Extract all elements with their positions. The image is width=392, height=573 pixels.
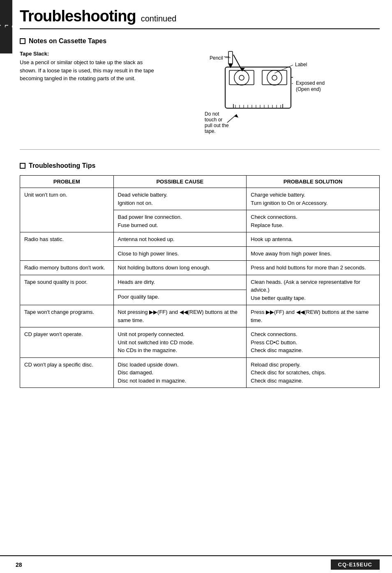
cassette-text: Tape Slack: Use a pencil or similar obje… [20, 51, 159, 83]
page-footer: 28 CQ-E15EUC [0, 555, 392, 573]
svg-rect-1 [229, 70, 254, 85]
page-title-sub: continued [141, 14, 177, 23]
page-number: 28 [16, 561, 22, 568]
tape-slack-label: Tape Slack: [20, 51, 159, 57]
svg-point-5 [267, 70, 282, 85]
col-cause: POSSIBLE CAUSE [113, 176, 247, 188]
tips-checkbox-icon [20, 163, 25, 169]
problem-cell: Radio has static. [20, 232, 114, 261]
solution-cell: Charge vehicle battery. Turn ignition to… [247, 188, 380, 210]
solution-cell: Check connections. Replace fuse. [247, 210, 380, 232]
col-solution: PROBABLE SOLUTION [247, 176, 380, 188]
cause-cell: Heads are dirty. [113, 275, 247, 290]
checkbox-icon [20, 38, 25, 44]
col-problem: PROBLEM [20, 176, 114, 188]
table-row: CD player won't operate.Unit not properl… [20, 327, 380, 358]
svg-text:(Open end): (Open end) [296, 86, 321, 92]
svg-marker-37 [234, 114, 238, 118]
cause-cell: Poor quality tape. [113, 290, 247, 305]
cause-cell: Not pressing ▶▶(FF) and ◀◀(REW) buttons … [113, 305, 247, 327]
solution-cell: Reload disc properly. Check disc for scr… [247, 357, 380, 388]
solution-cell: Clean heads. (Ask a service representati… [247, 275, 380, 305]
solution-cell: Move away from high power lines. [247, 246, 380, 261]
cassette-content: Tape Slack: Use a pencil or similar obje… [20, 51, 380, 141]
table-row: CD won't play a specific disc.Disc loade… [20, 357, 380, 388]
svg-text:Label: Label [295, 62, 307, 67]
svg-point-4 [239, 75, 244, 80]
cassette-svg: Label Pencil Exposed end (Open end) [176, 51, 332, 141]
solution-cell: Check connections. Press CD•C button. Ch… [247, 327, 380, 358]
solution-cell: Press and hold buttons for more than 2 s… [247, 261, 380, 275]
solution-cell: Hook up antenna. [247, 232, 380, 247]
main-content: Troubleshooting continued Notes on Casse… [16, 0, 392, 413]
svg-text:touch or: touch or [205, 117, 222, 123]
problem-cell: Tape sound quality is poor. [20, 275, 114, 305]
cassette-section: Notes on Cassette Tapes Tape Slack: Use … [20, 37, 380, 150]
page-title-main: Troubleshooting [20, 7, 136, 25]
tips-header-label: Troubleshooting Tips [29, 162, 95, 169]
cause-cell: Close to high power lines. [113, 246, 247, 261]
cassette-diagram: Label Pencil Exposed end (Open end) [176, 51, 380, 141]
svg-rect-0 [225, 67, 291, 108]
model-badge: CQ-E15EUC [331, 559, 380, 570]
table-row: Tape won't change programs.Not pressing … [20, 305, 380, 327]
table-header-row: PROBLEM POSSIBLE CAUSE PROBABLE SOLUTION [20, 176, 380, 188]
svg-line-23 [274, 65, 293, 73]
cassette-section-header: Notes on Cassette Tapes [20, 37, 380, 45]
svg-text:Pencil: Pencil [210, 55, 223, 61]
cause-cell: Dead vehicle battery. Ignition not on. [113, 188, 247, 210]
svg-rect-2 [262, 70, 287, 85]
problem-cell: Unit won't turn on. [20, 188, 114, 232]
tape-slack-description: Use a pencil or similar object to take u… [20, 58, 159, 83]
problem-cell: CD player won't operate. [20, 327, 114, 358]
svg-text:Do not: Do not [205, 111, 219, 117]
cause-cell: Not holding buttons down long enough. [113, 261, 247, 275]
tips-section: Troubleshooting Tips PROBLEM POSSIBLE CA… [20, 162, 380, 388]
problem-cell: Radio memory buttons don't work. [20, 261, 114, 275]
problem-cell: Tape won't change programs. [20, 305, 114, 327]
sidebar-language: E N G L I S H [0, 0, 12, 53]
svg-point-3 [234, 70, 249, 85]
svg-text:pull out the: pull out the [205, 123, 229, 128]
cause-cell: Antenna not hooked up. [113, 232, 247, 247]
svg-point-6 [272, 75, 277, 80]
cassette-header-label: Notes on Cassette Tapes [29, 37, 106, 45]
svg-text:tape.: tape. [205, 128, 216, 134]
page-container: E N G L I S H Troubleshooting continued … [0, 0, 392, 573]
table-row: Unit won't turn on.Dead vehicle battery.… [20, 188, 380, 210]
table-row: Radio memory buttons don't work.Not hold… [20, 261, 380, 275]
cause-cell: Bad power line connection. Fuse burned o… [113, 210, 247, 232]
tips-section-header: Troubleshooting Tips [20, 162, 380, 169]
table-row: Tape sound quality is poor.Heads are dir… [20, 275, 380, 290]
table-row: Radio has static.Antenna not hooked up.H… [20, 232, 380, 247]
troubleshooting-table: PROBLEM POSSIBLE CAUSE PROBABLE SOLUTION… [20, 175, 380, 388]
svg-text:Exposed end: Exposed end [296, 80, 325, 86]
page-title-area: Troubleshooting continued [20, 7, 380, 29]
cause-cell: Disc loaded upside down. Disc damaged. D… [113, 357, 247, 388]
cause-cell: Unit not properly connected. Unit not sw… [113, 327, 247, 358]
solution-cell: Press ▶▶(FF) and ◀◀(REW) buttons at the … [247, 305, 380, 327]
problem-cell: CD won't play a specific disc. [20, 357, 114, 388]
